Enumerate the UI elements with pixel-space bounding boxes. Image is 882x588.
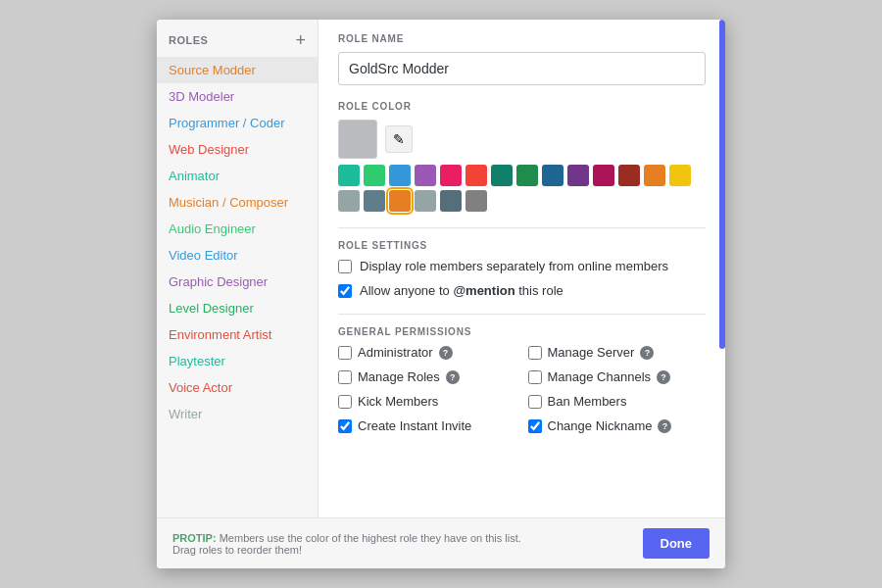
- role-settings-section: ROLE SETTINGS Display role members separ…: [338, 240, 706, 298]
- role-item[interactable]: Environment Artist: [157, 321, 318, 348]
- role-item[interactable]: 3D Modeler: [157, 83, 318, 110]
- color-swatch[interactable]: [542, 165, 564, 186]
- role-item[interactable]: Programmer / Coder: [157, 110, 318, 136]
- color-swatch[interactable]: [466, 190, 487, 212]
- role-item[interactable]: Video Editor: [157, 242, 318, 269]
- role-item[interactable]: Playtester: [157, 348, 318, 374]
- color-swatch[interactable]: [389, 190, 411, 212]
- role-item[interactable]: Musician / Composer: [157, 189, 318, 216]
- done-button[interactable]: Done: [643, 528, 710, 559]
- role-item[interactable]: Voice Actor: [157, 374, 318, 401]
- help-icon[interactable]: ?: [658, 419, 671, 433]
- permission-label: Ban Members: [548, 394, 627, 409]
- color-swatch[interactable]: [364, 165, 385, 186]
- divider-2: [338, 314, 706, 315]
- role-item[interactable]: Audio Engineer: [157, 216, 318, 242]
- main-content: ROLE NAME ROLE COLOR ✎ ROLE SETTINGS Dis…: [318, 20, 725, 568]
- role-item[interactable]: Graphic Designer: [157, 269, 318, 295]
- permission-row: Kick Members: [338, 394, 516, 409]
- permissions-grid: Administrator?Manage Server?Manage Roles…: [338, 345, 706, 433]
- permission-checkbox[interactable]: [338, 395, 352, 409]
- color-preview: [338, 120, 377, 159]
- role-item[interactable]: Level Designer: [157, 295, 318, 321]
- permission-checkbox[interactable]: [528, 419, 542, 433]
- general-permissions-label: GENERAL PERMISSIONS: [338, 326, 706, 337]
- color-swatch[interactable]: [415, 190, 436, 212]
- permission-row: Change Nickname?: [528, 418, 707, 433]
- add-role-button[interactable]: +: [295, 31, 306, 49]
- permission-label: Change Nickname: [548, 418, 653, 433]
- permission-checkbox[interactable]: [338, 419, 352, 433]
- role-item[interactable]: Source Modder: [157, 57, 318, 83]
- color-swatch[interactable]: [644, 165, 665, 186]
- setting-label: Allow anyone to @mention this role: [360, 283, 564, 298]
- footer-protip: PROTIP: Members use the color of the hig…: [172, 532, 525, 556]
- permission-row: Create Instant Invite: [338, 418, 516, 433]
- permission-label: Manage Roles: [358, 369, 440, 384]
- roles-list: Source Modder3D ModelerProgrammer / Code…: [157, 57, 318, 568]
- color-swatch[interactable]: [415, 165, 436, 186]
- color-swatches: [338, 165, 706, 212]
- color-swatch[interactable]: [593, 165, 614, 186]
- color-swatch[interactable]: [618, 165, 640, 186]
- help-icon[interactable]: ?: [446, 370, 460, 384]
- role-item[interactable]: Animator: [157, 163, 318, 189]
- color-swatch[interactable]: [440, 165, 462, 186]
- color-preview-row: ✎: [338, 120, 706, 159]
- scroll-accent: [719, 20, 725, 349]
- role-settings-label: ROLE SETTINGS: [338, 240, 706, 251]
- role-color-section: ROLE COLOR ✎: [338, 101, 706, 212]
- dialog-body: ROLES + Source Modder3D ModelerProgramme…: [157, 20, 725, 568]
- permission-row: Administrator?: [338, 345, 516, 360]
- permission-label: Administrator: [358, 345, 433, 360]
- role-name-input[interactable]: [338, 52, 706, 85]
- help-icon[interactable]: ?: [640, 346, 654, 360]
- permission-row: Manage Channels?: [528, 369, 707, 384]
- help-icon[interactable]: ?: [657, 370, 670, 384]
- setting-label: Display role members separately from onl…: [360, 259, 668, 273]
- permission-row: Manage Roles?: [338, 369, 516, 384]
- role-color-label: ROLE COLOR: [338, 101, 706, 112]
- permission-row: Manage Server?: [528, 345, 707, 360]
- roles-label: ROLES: [169, 34, 208, 46]
- role-item[interactable]: Web Designer: [157, 136, 318, 163]
- permission-checkbox[interactable]: [528, 370, 542, 384]
- protip-text: Members use the color of the highest rol…: [172, 532, 521, 556]
- dialog: ROLES + Source Modder3D ModelerProgramme…: [157, 20, 725, 568]
- protip-label: PROTIP:: [172, 532, 217, 544]
- color-swatch[interactable]: [567, 165, 589, 186]
- permission-checkbox[interactable]: [528, 395, 542, 409]
- role-item[interactable]: Writer: [157, 401, 318, 427]
- permission-checkbox[interactable]: [338, 346, 352, 360]
- color-swatch[interactable]: [364, 190, 385, 212]
- sidebar: ROLES + Source Modder3D ModelerProgramme…: [157, 20, 318, 568]
- color-swatch[interactable]: [466, 165, 487, 186]
- permission-label: Manage Channels: [548, 369, 652, 384]
- color-swatch[interactable]: [338, 190, 360, 212]
- setting-row: Allow anyone to @mention this role: [338, 283, 706, 298]
- color-swatch[interactable]: [440, 190, 462, 212]
- color-swatch[interactable]: [516, 165, 538, 186]
- setting-row: Display role members separately from onl…: [338, 259, 706, 273]
- setting-checkbox[interactable]: [338, 284, 352, 298]
- role-name-label: ROLE NAME: [338, 33, 706, 44]
- settings-list: Display role members separately from onl…: [338, 259, 706, 298]
- setting-checkbox[interactable]: [338, 260, 352, 273]
- permission-row: Ban Members: [528, 394, 707, 409]
- permission-checkbox[interactable]: [338, 370, 352, 384]
- color-pencil-button[interactable]: ✎: [385, 125, 413, 153]
- permission-label: Kick Members: [358, 394, 438, 409]
- permission-label: Manage Server: [548, 345, 635, 360]
- divider-1: [338, 227, 706, 228]
- color-swatch[interactable]: [669, 165, 691, 186]
- permission-checkbox[interactable]: [528, 346, 542, 360]
- color-swatch[interactable]: [389, 165, 411, 186]
- help-icon[interactable]: ?: [439, 346, 453, 360]
- permission-label: Create Instant Invite: [358, 418, 471, 433]
- dialog-footer: PROTIP: Members use the color of the hig…: [157, 517, 725, 568]
- color-swatch[interactable]: [338, 165, 360, 186]
- color-swatch[interactable]: [491, 165, 513, 186]
- sidebar-header: ROLES +: [157, 20, 318, 57]
